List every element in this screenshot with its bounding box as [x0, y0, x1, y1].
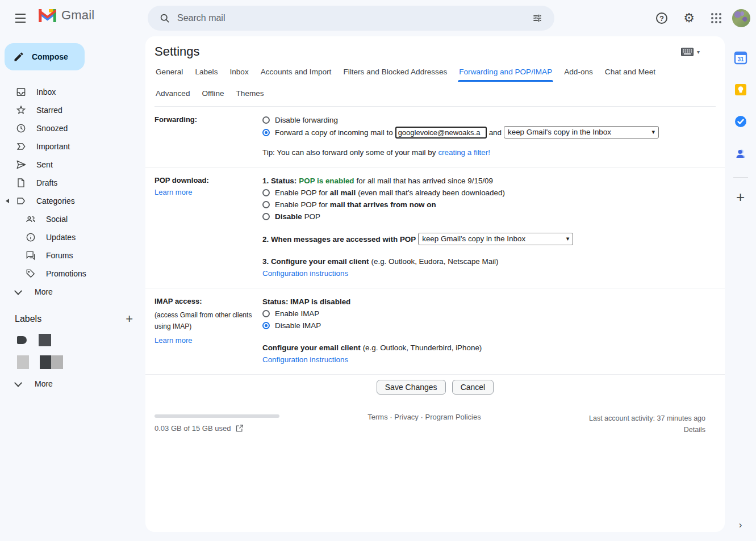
radio-label-bold: Disable [275, 212, 302, 221]
sidebar-item-promotions[interactable]: Promotions [0, 265, 145, 283]
sidebar-item-forums[interactable]: Forums [0, 246, 145, 265]
apps-grid-icon[interactable] [705, 7, 728, 30]
select-value: keep Gmail's copy in the Inbox [422, 234, 525, 243]
program-policies-link[interactable]: Program Policies [425, 413, 481, 421]
add-label-icon[interactable]: + [126, 313, 133, 325]
card-footer: 0.03 GB of 15 GB used Terms · Privacy · … [154, 409, 705, 435]
imap-status: Status: IMAP is disabled [262, 297, 350, 306]
and-text: and [489, 128, 502, 137]
label-item[interactable] [17, 334, 145, 346]
compose-button[interactable]: Compose [5, 43, 85, 70]
keep-icon[interactable] [729, 78, 752, 101]
divider [733, 177, 748, 178]
pop-action-select[interactable]: keep Gmail's copy in the Inbox ▾ [418, 233, 573, 245]
imap-configuration-instructions-link[interactable]: Configuration instructions [262, 355, 348, 364]
sidebar-item-label: Starred [36, 106, 62, 115]
pencil-icon [13, 51, 24, 62]
imap-label: IMAP access: [154, 297, 262, 305]
tab-themes[interactable]: Themes [235, 82, 265, 103]
gmail-logo[interactable]: Gmail [39, 8, 94, 23]
tag-icon [25, 268, 36, 279]
input-tools-toggle[interactable]: ▾ [681, 48, 700, 56]
sidebar-item-starred[interactable]: Starred [0, 101, 145, 119]
top-bar: Gmail ? ⚙ [0, 0, 756, 36]
sidebar-item-important[interactable]: Important [0, 137, 145, 156]
radio-forward-copy[interactable] [262, 129, 270, 136]
sidebar-item-categories[interactable]: Categories [0, 192, 145, 210]
hide-side-panel-icon[interactable]: › [725, 519, 756, 531]
tab-filters-and-blocked-addresses[interactable]: Filters and Blocked Addresses [342, 60, 448, 82]
search-bar[interactable] [148, 6, 554, 31]
gmail-wordmark: Gmail [61, 8, 94, 23]
sidebar-item-sent[interactable]: Sent [0, 156, 145, 174]
radio-label: (even mail that's already been downloade… [358, 188, 505, 197]
sidebar-item-label: Snoozed [36, 124, 68, 133]
tip-text: Tip: You can also forward only some of y… [262, 148, 436, 157]
forwarding-section: Forwarding: Disable forwarding Forward a… [145, 107, 725, 167]
help-icon[interactable]: ? [650, 7, 673, 30]
pop-configuration-instructions-link[interactable]: Configuration instructions [262, 269, 348, 278]
search-icon[interactable] [153, 7, 176, 30]
sidebar-item-more[interactable]: More [0, 283, 145, 301]
cancel-button[interactable]: Cancel [452, 380, 494, 395]
privacy-link[interactable]: Privacy [394, 413, 419, 421]
tab-accounts-and-import[interactable]: Accounts and Import [260, 60, 333, 82]
tab-advanced[interactable]: Advanced [154, 82, 191, 103]
radio-label: Disable IMAP [275, 321, 321, 330]
contacts-icon[interactable] [729, 142, 752, 165]
calendar-icon[interactable]: 31 [729, 47, 752, 69]
radio-enable-imap[interactable] [262, 310, 270, 317]
forwarding-address-select[interactable]: googlevoice@newoaks.a [395, 127, 487, 139]
sidebar-item-label: More [35, 287, 53, 296]
star-icon [15, 104, 27, 116]
tab-chat-and-meet[interactable]: Chat and Meet [604, 60, 657, 82]
get-addons-icon[interactable]: + [729, 186, 752, 208]
pop-learn-more-link[interactable]: Learn more [154, 188, 192, 196]
send-icon [15, 159, 27, 170]
radio-disable-forwarding[interactable] [262, 116, 270, 124]
tab-general[interactable]: General [154, 60, 184, 82]
tab-inbox[interactable]: Inbox [228, 60, 249, 82]
sidebar-item-social[interactable]: Social [0, 210, 145, 228]
sidebar-item-label: Social [46, 215, 68, 224]
external-link-icon[interactable] [235, 424, 244, 433]
search-options-icon[interactable] [526, 7, 549, 30]
tab-offline[interactable]: Offline [201, 82, 225, 103]
separator: · [390, 413, 392, 421]
sidebar-item-snoozed[interactable]: Snoozed [0, 119, 145, 137]
radio-disable-pop[interactable] [262, 213, 270, 220]
last-account-activity: Last account activity: 37 minutes ago [552, 413, 705, 424]
imap-sublabel: (access Gmail from other clients using I… [154, 309, 262, 333]
labels-more[interactable]: More [0, 375, 145, 393]
radio-enable-pop-all-mail[interactable] [262, 189, 270, 196]
forwarding-action-select[interactable]: keep Gmail's copy in the Inbox ▾ [504, 126, 659, 139]
details-link[interactable]: Details [684, 426, 705, 434]
hamburger-menu-icon[interactable] [7, 5, 34, 32]
radio-disable-imap[interactable] [262, 322, 270, 329]
tab-add-ons[interactable]: Add-ons [563, 60, 594, 82]
creating-a-filter-link[interactable]: creating a filter! [438, 148, 490, 157]
tab-forwarding-and-pop-imap[interactable]: Forwarding and POP/IMAP [458, 60, 553, 82]
imap-learn-more-link[interactable]: Learn more [154, 336, 192, 345]
save-changes-button[interactable]: Save Changes [377, 380, 446, 395]
label-item[interactable] [17, 355, 145, 369]
expand-triangle-icon[interactable] [6, 199, 9, 203]
radio-label: Enable POP for [275, 200, 328, 209]
gear-icon[interactable]: ⚙ [678, 7, 700, 30]
avatar[interactable] [732, 9, 750, 27]
radio-label-bold: mail that arrives from now on [330, 200, 436, 209]
search-input[interactable] [176, 12, 526, 24]
sidebar-item-drafts[interactable]: Drafts [0, 174, 145, 192]
sidebar-item-inbox[interactable]: Inbox [0, 83, 145, 101]
redacted-label-icon [17, 355, 29, 369]
pop-step2-label: 2. When messages are accessed with POP [262, 235, 416, 244]
label-tag-icon [17, 336, 27, 344]
tasks-icon[interactable] [729, 110, 752, 133]
radio-enable-pop-from-now-on[interactable] [262, 201, 270, 208]
sidebar-item-updates[interactable]: Updates [0, 228, 145, 246]
file-icon [15, 177, 27, 188]
sidebar-item-label: Updates [46, 233, 76, 242]
tab-labels[interactable]: Labels [194, 60, 219, 82]
storage-meter [154, 414, 279, 418]
terms-link[interactable]: Terms [367, 413, 387, 421]
